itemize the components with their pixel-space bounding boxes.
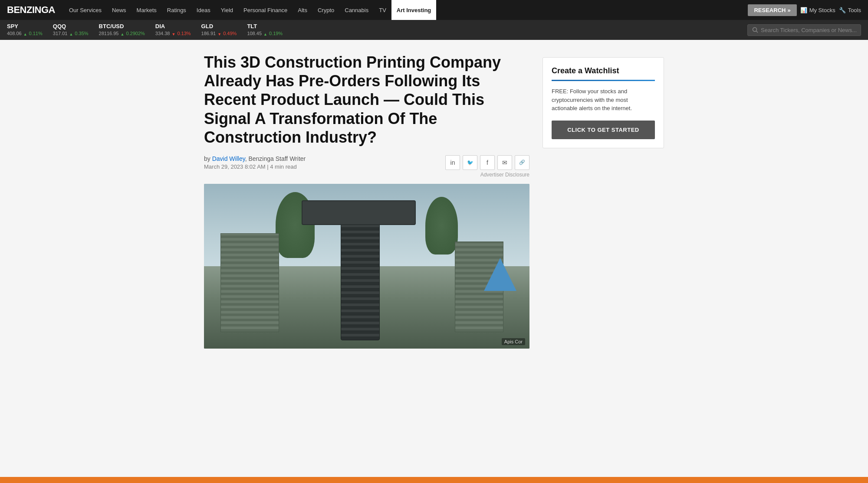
- ticker-btcusd[interactable]: BTC/USD 28116.95 0.2902%: [99, 23, 155, 37]
- nav-item-news[interactable]: News: [107, 0, 132, 20]
- main-content: This 3D Construction Printing Company Al…: [195, 40, 673, 370]
- linkedin-icon: in: [450, 159, 455, 166]
- author-role: Benzinga Staff Writer: [248, 155, 306, 162]
- ticker-qqq-row: 317.01 0.35%: [53, 29, 89, 37]
- wrench-icon: 🔧: [839, 7, 846, 13]
- nav-item-ideas[interactable]: Ideas: [191, 0, 216, 20]
- ticker-tlt-symbol: TLT: [247, 23, 257, 29]
- nav-item-alts[interactable]: Alts: [293, 0, 312, 20]
- ticker-btcusd-row: 28116.95 0.2902%: [99, 29, 145, 37]
- share-facebook-button[interactable]: f: [480, 155, 495, 170]
- ticker-gld-symbol: GLD: [201, 23, 213, 29]
- watchlist-card: Create a Watchlist FREE: Follow your sto…: [542, 57, 664, 148]
- tools-button[interactable]: 🔧 Tools: [839, 7, 861, 13]
- email-icon: ✉: [502, 159, 507, 166]
- ticker-dia-arrow: [171, 29, 175, 37]
- article-title: This 3D Construction Printing Company Al…: [204, 53, 529, 147]
- ticker-spy-price: 408.06: [7, 31, 22, 36]
- ticker-dia[interactable]: DIA 334.38 0.13%: [155, 23, 201, 37]
- nav-item-personal-finance[interactable]: Personal Finance: [238, 0, 293, 20]
- tree-right: [425, 197, 458, 255]
- watchlist-description: FREE: Follow your stocks and cryptocurre…: [552, 87, 655, 113]
- ticker-btcusd-symbol: BTC/USD: [99, 23, 124, 29]
- by-label: by: [204, 155, 210, 162]
- ticker-spy-row: 408.06 0.11%: [7, 29, 43, 37]
- top-navigation: BENZINGA Our Services News Markets Ratin…: [0, 0, 868, 20]
- ticker-tlt-change: 0.19%: [269, 31, 283, 36]
- ticker-dia-symbol: DIA: [155, 23, 165, 29]
- my-stocks-label: My Stocks: [809, 7, 835, 13]
- nav-item-yield[interactable]: Yield: [216, 0, 238, 20]
- share-email-button[interactable]: ✉: [497, 155, 512, 170]
- research-label: RESEARCH: [754, 7, 786, 13]
- ticker-items-list: SPY 408.06 0.11% QQQ 317.01 0.35% BTC/US…: [7, 23, 747, 37]
- printer-arm: [302, 200, 416, 225]
- ticker-tlt-price: 108.45: [247, 31, 262, 36]
- ticker-spy-arrow: [23, 29, 27, 37]
- research-button[interactable]: RESEARCH »: [748, 4, 796, 16]
- search-icon: [752, 27, 758, 33]
- research-arrow-icon: »: [787, 7, 790, 13]
- twitter-icon: 🐦: [467, 160, 473, 166]
- advertiser-disclosure[interactable]: Advertiser Disclosure: [445, 172, 529, 178]
- article-image: Apis Cor: [204, 184, 529, 349]
- ticker-btcusd-arrow: [120, 29, 124, 37]
- facebook-icon: f: [487, 159, 488, 166]
- search-input[interactable]: [761, 27, 856, 33]
- ticker-qqq-change: 0.35%: [75, 31, 88, 36]
- watchlist-title: Create a Watchlist: [552, 66, 655, 75]
- tools-label: Tools: [848, 7, 861, 13]
- brand-logo[interactable]: BENZINGA: [7, 4, 55, 16]
- ticker-qqq-arrow: [69, 29, 73, 37]
- ticker-gld-arrow: [217, 29, 221, 37]
- author-link[interactable]: David Willey: [212, 155, 245, 162]
- ticker-bar: SPY 408.06 0.11% QQQ 317.01 0.35% BTC/US…: [0, 20, 868, 40]
- ticker-spy[interactable]: SPY 408.06 0.11%: [7, 23, 53, 37]
- ticker-dia-row: 334.38 0.13%: [155, 29, 191, 37]
- share-twitter-button[interactable]: 🐦: [463, 155, 477, 170]
- share-link-button[interactable]: 🔗: [515, 155, 529, 170]
- article-date: March 29, 2023 8:02 AM | 4 min read: [204, 163, 306, 170]
- ticker-search-box[interactable]: [747, 24, 861, 36]
- ticker-spy-change: 0.11%: [29, 31, 43, 36]
- image-caption: Apis Cor: [502, 338, 525, 345]
- nav-item-markets[interactable]: Markets: [132, 0, 162, 20]
- ticker-gld-change: 0.49%: [223, 31, 237, 36]
- sidebar: Create a Watchlist FREE: Follow your sto…: [542, 53, 664, 357]
- ticker-btcusd-price: 28116.95: [99, 31, 119, 36]
- share-buttons: in 🐦 f ✉ 🔗: [445, 155, 529, 170]
- nav-items-list: Our Services News Markets Ratings Ideas …: [64, 0, 748, 20]
- nav-right-actions: RESEARCH » 📊 My Stocks 🔧 Tools: [748, 4, 861, 16]
- nav-item-art-investing[interactable]: Art Investing: [391, 0, 436, 20]
- wall-left: [220, 233, 279, 332]
- link-icon: 🔗: [519, 160, 525, 165]
- ticker-gld-price: 186.91: [201, 31, 216, 36]
- chart-icon: 📊: [800, 7, 807, 13]
- nav-item-ratings[interactable]: Ratings: [162, 0, 191, 20]
- article-byline: by David Willey, Benzinga Staff Writer M…: [204, 155, 306, 170]
- ticker-tlt-row: 108.45 0.19%: [247, 29, 283, 37]
- article-share-section: in 🐦 f ✉ 🔗 Advertiser Disclosure: [445, 155, 529, 178]
- watchlist-divider: [552, 80, 655, 81]
- ticker-tlt-arrow: [263, 29, 267, 37]
- share-linkedin-button[interactable]: in: [445, 155, 460, 170]
- nav-item-crypto[interactable]: Crypto: [312, 0, 339, 20]
- ticker-gld[interactable]: GLD 186.91 0.49%: [201, 23, 247, 37]
- nav-item-cannabis[interactable]: Cannabis: [339, 0, 374, 20]
- article-author: by David Willey, Benzinga Staff Writer: [204, 155, 306, 162]
- svg-point-0: [753, 28, 757, 32]
- my-stocks-button[interactable]: 📊 My Stocks: [800, 7, 835, 13]
- ticker-dia-change: 0.13%: [177, 31, 191, 36]
- ticker-qqq-symbol: QQQ: [53, 23, 66, 29]
- nav-item-tv[interactable]: TV: [374, 0, 391, 20]
- article-image-container: Apis Cor: [204, 184, 529, 349]
- watchlist-cta-button[interactable]: CLICK TO GET STARTED: [552, 121, 655, 139]
- ticker-qqq[interactable]: QQQ 317.01 0.35%: [53, 23, 99, 37]
- svg-line-1: [756, 31, 758, 33]
- article-meta: by David Willey, Benzinga Staff Writer M…: [204, 155, 529, 178]
- ticker-tlt[interactable]: TLT 108.45 0.19%: [247, 23, 293, 37]
- ticker-gld-row: 186.91 0.49%: [201, 29, 237, 37]
- ticker-qqq-price: 317.01: [53, 31, 68, 36]
- nav-item-our-services[interactable]: Our Services: [64, 0, 107, 20]
- ticker-spy-symbol: SPY: [7, 23, 18, 29]
